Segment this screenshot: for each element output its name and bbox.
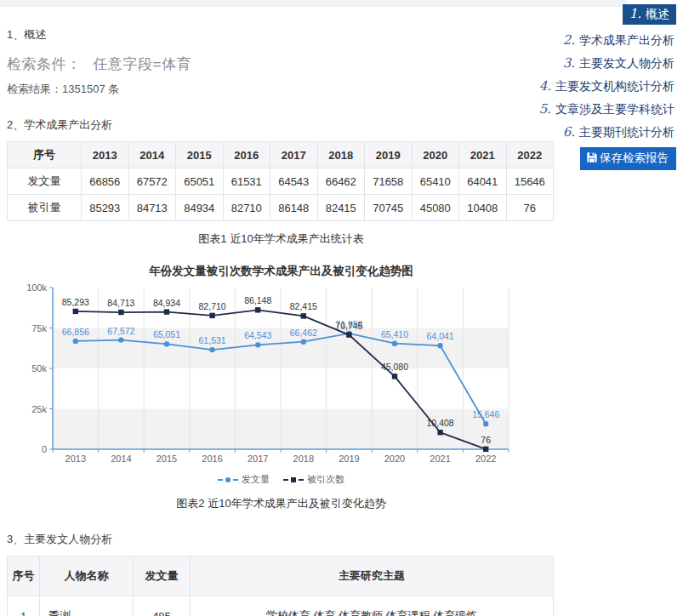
svg-text:15,646: 15,646 <box>472 409 499 419</box>
legend-item[interactable]: 被引次数 <box>283 474 344 484</box>
nav-item-5[interactable]: 5.文章涉及主要学科统计 <box>538 100 676 119</box>
value-cell: 71658 <box>365 168 413 195</box>
trend-chart: 年份发文量被引次数学术成果产出及被引变化趋势图 100k75k50k25k020… <box>7 264 555 486</box>
name-cell: 季浏 <box>40 596 134 616</box>
svg-text:75k: 75k <box>31 323 47 334</box>
value-cell: 65410 <box>412 168 459 195</box>
svg-text:100k: 100k <box>26 282 47 293</box>
topics-cell: 学校体育 体育 体育教师 体育课程 体育锻炼 <box>191 596 554 616</box>
svg-text:64,041: 64,041 <box>427 331 454 341</box>
nav-item-label: 主要发文机构统计分析 <box>555 79 674 93</box>
value-cell: 82415 <box>317 195 365 221</box>
year-header-cell: 2013 <box>82 142 129 168</box>
value-cell: 66856 <box>82 168 129 195</box>
nav-item-number: 3. <box>563 55 575 71</box>
svg-text:61,531: 61,531 <box>199 335 226 345</box>
nav-item-label: 文章涉及主要学科统计 <box>555 102 674 116</box>
svg-text:65,410: 65,410 <box>381 329 408 339</box>
svg-text:67,572: 67,572 <box>107 326 134 336</box>
nav-item-4[interactable]: 4.主要发文机构统计分析 <box>538 77 676 96</box>
chart-caption: 图表2 近10年学术成果产出及被引变化趋势 <box>7 496 555 511</box>
year-header-cell: 2021 <box>459 142 507 168</box>
table-header-row: 序号人物名称发文量主要研究主题 <box>8 556 554 596</box>
value-cell: 45080 <box>412 195 459 221</box>
top-divider <box>0 0 627 7</box>
svg-text:2019: 2019 <box>339 453 359 464</box>
search-result-count: 检索结果：1351507 条 <box>7 82 555 97</box>
svg-text:70,745: 70,745 <box>335 321 362 331</box>
chart-plot-area: 100k75k50k25k020132014201520162017201820… <box>7 279 555 471</box>
authors-table: 序号人物名称发文量主要研究主题1季浏485学校体育 体育 体育教师 体育课程 体… <box>7 556 554 616</box>
legend-label: 被引次数 <box>307 474 344 484</box>
svg-text:2022: 2022 <box>475 453 496 464</box>
value-cell: 86148 <box>270 195 318 221</box>
nav-item-number: 1. <box>629 6 641 21</box>
svg-text:66,462: 66,462 <box>290 328 317 338</box>
trend-line-chart-svg: 100k75k50k25k020132014201520162017201820… <box>7 279 555 468</box>
section-authors-title: 3、主要发文人物分析 <box>7 532 555 547</box>
svg-text:2014: 2014 <box>111 453 131 464</box>
svg-text:82,415: 82,415 <box>290 301 317 311</box>
author-row: 1季浏485学校体育 体育 体育教师 体育课程 体育锻炼 <box>8 596 554 616</box>
value-cell: 85293 <box>82 195 129 221</box>
search-condition-value: 任意字段=体育 <box>94 56 191 72</box>
nav-item-label: 主要发文人物分析 <box>579 56 674 70</box>
save-icon <box>586 151 598 163</box>
value-cell: 82710 <box>223 195 270 221</box>
search-condition-label: 检索条件： <box>7 56 82 72</box>
legend-marker-icon <box>283 476 304 484</box>
value-cell: 84934 <box>176 195 224 221</box>
section-output-title: 2、学术成果产出分析 <box>7 117 555 133</box>
table-row: 被引量8529384713849348271086148824157074545… <box>8 195 554 221</box>
authors-header-cell: 发文量 <box>134 556 191 596</box>
nav-item-number: 5. <box>539 101 551 117</box>
value-cell: 15646 <box>506 168 554 195</box>
svg-text:76: 76 <box>481 435 491 445</box>
legend-marker-icon <box>218 476 238 484</box>
year-header-cell: 2018 <box>317 142 365 168</box>
section-overview-title: 1、概述 <box>7 27 555 43</box>
nav-item-label: 主要期刊统计分析 <box>579 125 674 139</box>
authors-header-cell: 人物名称 <box>40 556 134 596</box>
year-header-cell: 2019 <box>365 142 413 168</box>
svg-text:86,148: 86,148 <box>244 295 271 305</box>
svg-text:84,934: 84,934 <box>153 298 180 308</box>
nav-item-2[interactable]: 2.学术成果产出分析 <box>561 31 676 50</box>
report-outline-nav: 1.概述2.学术成果产出分析3.主要发文人物分析4.主要发文机构统计分析5.文章… <box>538 4 676 170</box>
svg-text:2017: 2017 <box>248 453 268 464</box>
index-cell: 1 <box>8 596 40 616</box>
value-cell: 10408 <box>459 195 507 221</box>
year-header-cell: 2016 <box>223 142 270 168</box>
legend-label: 发文量 <box>242 474 270 484</box>
nav-item-3[interactable]: 3.主要发文人物分析 <box>561 54 676 73</box>
year-header-cell: 2017 <box>270 142 318 168</box>
svg-text:25k: 25k <box>31 404 47 414</box>
search-condition: 检索条件：任意字段=体育 <box>7 54 555 74</box>
svg-text:2016: 2016 <box>202 453 222 464</box>
metric-label-cell: 被引量 <box>8 195 82 221</box>
svg-text:50k: 50k <box>31 363 47 374</box>
table-row: 发文量6685667572650516153164543664627165865… <box>8 168 554 195</box>
value-cell: 76 <box>506 195 554 221</box>
nav-item-number: 2. <box>563 32 575 48</box>
svg-text:0: 0 <box>42 444 47 454</box>
authors-header-cell: 主要研究主题 <box>191 556 554 596</box>
nav-item-1[interactable]: 1.概述 <box>623 4 676 25</box>
value-cell: 70745 <box>365 195 413 221</box>
value-cell: 64543 <box>270 168 318 195</box>
svg-text:84,713: 84,713 <box>107 298 134 308</box>
svg-text:2018: 2018 <box>293 453 314 464</box>
value-cell: 61531 <box>223 168 270 195</box>
legend-item[interactable]: 发文量 <box>218 474 270 484</box>
value-cell: 67572 <box>128 168 176 195</box>
nav-item-label: 概述 <box>646 7 669 20</box>
chart-legend: 发文量被引次数 <box>7 473 555 486</box>
svg-text:85,293: 85,293 <box>62 297 89 307</box>
svg-text:45,080: 45,080 <box>381 362 408 372</box>
year-header-cell: 2020 <box>412 142 459 168</box>
nav-item-6[interactable]: 6.主要期刊统计分析 <box>561 123 676 142</box>
save-report-button[interactable]: 保存检索报告 <box>580 147 676 170</box>
year-header-cell: 2015 <box>176 142 224 168</box>
table-header-row: 序号20132014201520162017201820192020202120… <box>8 142 554 168</box>
count-cell: 485 <box>134 596 191 616</box>
